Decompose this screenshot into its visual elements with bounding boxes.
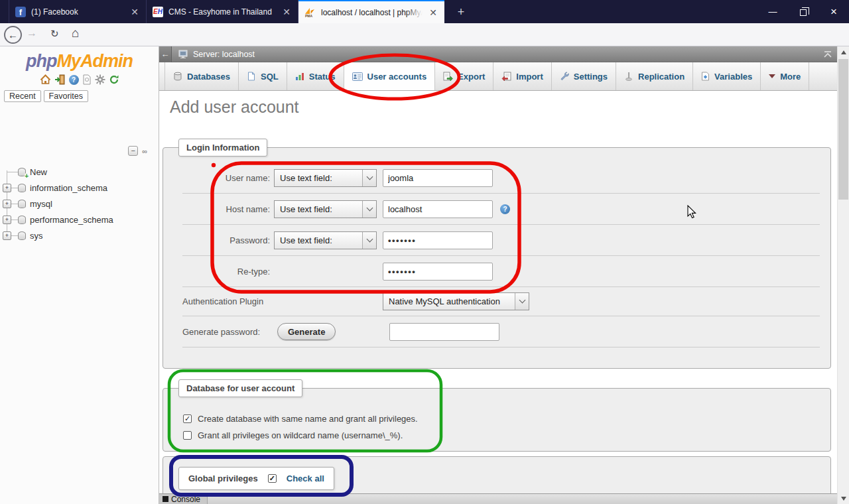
panel-back-button[interactable]: ←: [159, 46, 172, 62]
auth-plugin-row: Authentication Plugin Native MySQL authe…: [182, 287, 820, 316]
link-panel-icon[interactable]: ∞: [142, 147, 145, 155]
server-icon: [178, 50, 189, 59]
tab-close-icon[interactable]: ✕: [281, 7, 292, 17]
browser-tab-cms[interactable]: EH CMS - Easyhome in Thailand ✕: [147, 0, 298, 23]
select-arrow-icon: [515, 293, 529, 310]
create-db-label[interactable]: Create database with same name and grant…: [198, 414, 418, 424]
tab-status[interactable]: Status: [287, 62, 344, 90]
docs-icon[interactable]: [82, 74, 92, 85]
check-all-checkbox[interactable]: ✓: [268, 474, 277, 483]
restore-button[interactable]: [788, 0, 818, 23]
hostname-help-icon[interactable]: ?: [500, 204, 510, 214]
tab-settings[interactable]: Settings: [552, 62, 616, 90]
tree-item-information-schema[interactable]: + information_schema: [0, 180, 159, 196]
username-type-select[interactable]: Use text field:: [274, 169, 377, 187]
grant-wildcard-checkbox[interactable]: [183, 431, 192, 440]
recent-button[interactable]: Recent: [4, 90, 41, 102]
check-all-label[interactable]: Check all: [287, 473, 324, 483]
home-icon[interactable]: [40, 74, 51, 85]
tab-databases[interactable]: Databases: [164, 62, 239, 90]
browser-tab-phpmyadmin-active[interactable]: PMA localhost / localhost | phpMyAd ✕: [298, 0, 444, 23]
create-db-checkbox[interactable]: ✓: [183, 414, 192, 423]
logout-door-icon[interactable]: [54, 74, 66, 85]
tab-close-icon[interactable]: ✕: [129, 7, 140, 17]
login-information-fieldset: Login Information User name: Use text fi…: [163, 147, 831, 369]
home-button[interactable]: ⌂: [72, 26, 79, 40]
chevron-down-icon: [769, 74, 775, 78]
pma-tab-bar: Databases SQL Status User accounts Expor…: [159, 62, 837, 91]
tab-sql[interactable]: SQL: [239, 62, 287, 90]
svg-text:PMA: PMA: [305, 14, 313, 17]
hostname-row: Host name: Use text field: ?: [182, 194, 820, 225]
tree-item-mysql[interactable]: + mysql: [0, 196, 159, 212]
cms-site-icon: EH: [153, 7, 163, 17]
hostname-type-select[interactable]: Use text field:: [274, 200, 377, 218]
auth-plugin-select[interactable]: Native MySQL authentication: [383, 292, 529, 310]
tab-replication[interactable]: Replication: [616, 62, 693, 90]
tab-close-icon[interactable]: ✕: [428, 7, 438, 18]
retype-row: Re-type:: [182, 256, 820, 287]
database-for-user-legend: Database for user account: [178, 379, 302, 397]
password-row: Password: Use text field:: [182, 225, 820, 256]
tab-title: CMS - Easyhome in Thailand: [168, 7, 276, 17]
login-information-legend: Login Information: [178, 139, 267, 157]
forward-button[interactable]: →: [27, 27, 37, 39]
import-icon: [501, 72, 511, 81]
grant-wildcard-label[interactable]: Grant all privileges on wildcard name (u…: [198, 430, 403, 440]
tree-item-performance-schema[interactable]: + performance_schema: [0, 212, 159, 227]
hostname-label: Host name:: [182, 204, 270, 214]
favorites-button[interactable]: Favorites: [44, 90, 88, 102]
scrollbar-thumb[interactable]: [838, 59, 848, 200]
password-input[interactable]: [383, 231, 493, 249]
expand-icon[interactable]: +: [3, 184, 11, 192]
auth-plugin-label: Authentication Plugin: [182, 296, 270, 306]
console-bar: Console: [159, 493, 837, 504]
collapse-panel-icon[interactable]: [823, 50, 832, 58]
tab-title: localhost / localhost | phpMyAd: [321, 8, 423, 17]
status-icon: [295, 72, 304, 81]
global-privileges-legend: Global privileges ✓ Check all: [178, 467, 334, 490]
back-button[interactable]: ←: [4, 26, 22, 44]
expand-icon[interactable]: +: [3, 216, 11, 224]
tree-item-new[interactable]: New: [0, 164, 159, 180]
scroll-up-button[interactable]: [838, 46, 849, 58]
scroll-down-button[interactable]: [838, 493, 849, 504]
new-database-icon: [18, 168, 26, 176]
username-input[interactable]: [383, 169, 493, 187]
refresh-icon[interactable]: [109, 74, 119, 85]
tab-more[interactable]: More: [761, 62, 809, 90]
expand-icon[interactable]: +: [3, 231, 11, 240]
select-arrow-icon: [362, 170, 376, 186]
sql-icon: [247, 72, 256, 81]
help-icon[interactable]: ?: [69, 75, 79, 85]
expand-icon[interactable]: +: [3, 200, 11, 208]
create-db-checkbox-row: ✓ Create database with same name and gra…: [183, 410, 820, 427]
console-toggle[interactable]: Console: [159, 494, 208, 504]
collapse-all-icon[interactable]: −: [128, 146, 138, 156]
tab-user-accounts[interactable]: User accounts: [344, 62, 436, 90]
browser-titlebar: f (1) Facebook ✕ EH CMS - Easyhome in Th…: [0, 0, 849, 23]
tab-title: (1) Facebook: [31, 7, 124, 17]
browser-tab-facebook[interactable]: f (1) Facebook ✕: [9, 0, 147, 23]
tab-variables[interactable]: Variables: [693, 62, 761, 90]
tab-export[interactable]: Export: [435, 62, 493, 90]
settings-gear-icon[interactable]: [95, 74, 105, 85]
hostname-input[interactable]: [383, 200, 493, 218]
server-breadcrumb-bar: ← Server: localhost: [159, 46, 837, 62]
reload-button[interactable]: ↻: [50, 28, 59, 40]
password-label: Password:: [182, 235, 270, 245]
database-icon: [18, 184, 26, 192]
generate-button[interactable]: Generate: [277, 323, 336, 340]
new-tab-button[interactable]: +: [452, 3, 470, 21]
tree-item-sys[interactable]: + sys: [0, 227, 159, 243]
tab-import[interactable]: Import: [493, 62, 551, 90]
pma-logo: phpMyAdmin: [0, 51, 159, 72]
vertical-scrollbar: [837, 46, 849, 504]
password-type-select[interactable]: Use text field:: [274, 231, 377, 249]
retype-password-input[interactable]: [383, 263, 493, 281]
close-button[interactable]: ×: [818, 0, 849, 23]
database-tree: New + information_schema + mysql + perfo…: [0, 164, 159, 243]
minimize-button[interactable]: —: [757, 0, 788, 23]
user-accounts-icon: [352, 72, 363, 81]
generated-password-input[interactable]: [389, 323, 499, 341]
